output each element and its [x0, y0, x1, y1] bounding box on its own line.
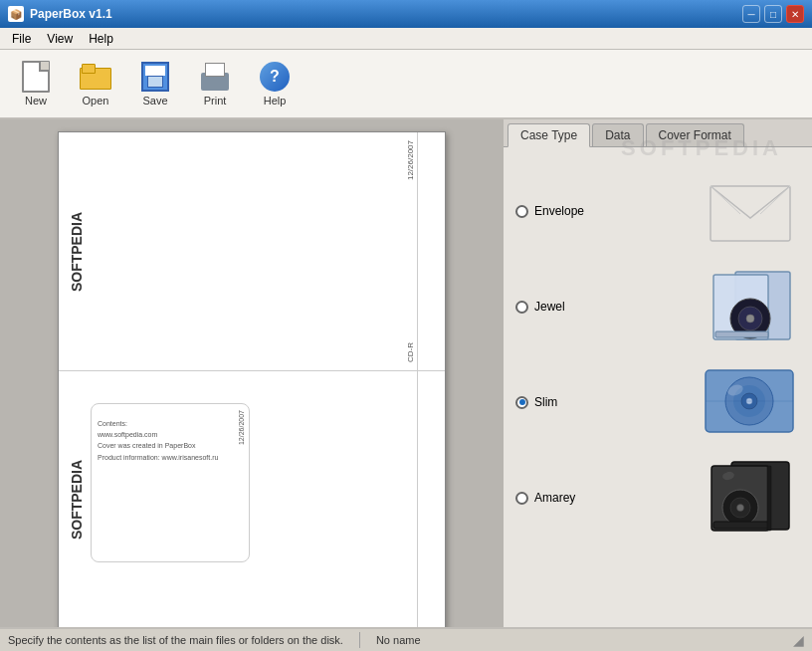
save-icon — [139, 61, 171, 93]
slim-radio[interactable] — [515, 396, 528, 409]
cover-bottom-spine — [417, 371, 445, 627]
svg-point-18 — [736, 505, 743, 512]
main-content: SOFTPEDIA 12/26/2007 CD-R SOFTPEDIA Cont… — [0, 119, 812, 627]
cover-top: SOFTPEDIA 12/26/2007 CD-R — [59, 132, 445, 371]
tab-content-case-type: Envelope Jewel — [504, 146, 812, 627]
print-button[interactable]: Print — [187, 55, 243, 112]
svg-rect-6 — [715, 331, 768, 337]
cover-inlay-text: Contents: www.softpedia.com Cover was cr… — [98, 418, 218, 463]
svg-rect-19 — [713, 522, 769, 529]
menu-bar: File View Help — [0, 28, 812, 50]
cover-bottom: SOFTPEDIA Contents: www.softpedia.com Co… — [59, 371, 445, 627]
help-icon: ? — [259, 61, 291, 93]
amarey-label-group: Amarey — [515, 491, 693, 505]
case-type-list: Envelope Jewel — [511, 163, 804, 545]
jewel-radio[interactable] — [515, 301, 528, 314]
inlay-date: 12/26/2007 — [238, 410, 245, 445]
close-button[interactable]: ✕ — [786, 5, 804, 23]
maximize-button[interactable]: □ — [764, 5, 782, 23]
new-label: New — [25, 95, 47, 107]
inlay-line2: Cover was created in PaperBox — [98, 442, 195, 449]
amarey-image — [701, 458, 800, 538]
svg-rect-0 — [710, 186, 790, 241]
slim-label-group: Slim — [515, 395, 693, 409]
case-type-jewel[interactable]: Jewel — [511, 259, 804, 354]
slim-image — [701, 362, 800, 442]
tab-data[interactable]: Data — [592, 123, 643, 146]
minimize-button[interactable]: ─ — [742, 5, 760, 23]
slim-svg — [701, 362, 800, 442]
status-message: Specify the contents as the list of the … — [8, 634, 343, 646]
app-icon: 📦 — [8, 6, 24, 22]
cover-cdr-label: CD-R — [406, 342, 415, 362]
inlay-line1: www.softpedia.com — [98, 431, 157, 438]
envelope-svg — [706, 176, 795, 246]
title-bar: 📦 PaperBox v1.1 ─ □ ✕ — [0, 0, 812, 28]
status-bar: Specify the contents as the list of the … — [0, 627, 812, 651]
jewel-label: Jewel — [534, 300, 565, 314]
print-label: Print — [204, 95, 227, 107]
envelope-label: Envelope — [534, 204, 584, 218]
resize-handle[interactable]: ◢ — [793, 632, 804, 648]
help-label: Help — [264, 95, 287, 107]
open-label: Open — [83, 95, 109, 107]
open-button[interactable]: Open — [68, 55, 123, 112]
right-panel: SOFTPEDIA Case Type Data Cover Format En… — [504, 119, 812, 627]
title-controls: ─ □ ✕ — [742, 5, 804, 23]
jewel-svg — [706, 267, 795, 346]
save-button[interactable]: Save — [127, 55, 183, 112]
svg-rect-20 — [767, 466, 771, 531]
open-icon — [80, 61, 111, 93]
cover-top-spine — [417, 132, 445, 370]
save-label: Save — [142, 95, 167, 107]
jewel-image — [701, 267, 800, 346]
cover-top-date: 12/26/2007 — [406, 140, 415, 180]
jewel-label-group: Jewel — [515, 300, 693, 314]
print-icon — [199, 61, 231, 93]
cover-inlay: Contents: www.softpedia.com Cover was cr… — [91, 403, 250, 562]
title-bar-left: 📦 PaperBox v1.1 — [8, 6, 112, 22]
case-type-slim[interactable]: Slim — [511, 354, 804, 450]
toolbar: New Open Save Print ? Help — [0, 50, 812, 119]
svg-point-5 — [746, 315, 754, 323]
envelope-image — [701, 171, 800, 251]
new-icon — [20, 61, 52, 93]
status-name: No name — [376, 634, 421, 646]
tab-bar: Case Type Data Cover Format — [504, 119, 812, 146]
amarey-svg — [704, 458, 798, 538]
case-type-amarey[interactable]: Amarey — [511, 450, 804, 545]
preview-page: SOFTPEDIA 12/26/2007 CD-R SOFTPEDIA Cont… — [58, 131, 446, 627]
app-title: PaperBox v1.1 — [30, 7, 112, 21]
tab-case-type[interactable]: Case Type — [508, 123, 590, 147]
menu-view[interactable]: View — [39, 30, 81, 48]
cover-top-title: SOFTPEDIA — [69, 211, 85, 291]
new-button[interactable]: New — [8, 55, 64, 112]
envelope-radio[interactable] — [515, 205, 528, 218]
inlay-line3: Product information: www.irisanesoft.ru — [98, 454, 218, 461]
inlay-contents: Contents: — [98, 420, 127, 427]
slim-label: Slim — [534, 395, 557, 409]
tab-cover-format[interactable]: Cover Format — [646, 123, 744, 146]
menu-help[interactable]: Help — [81, 30, 121, 48]
case-type-envelope[interactable]: Envelope — [511, 163, 804, 259]
amarey-radio[interactable] — [515, 492, 528, 505]
envelope-label-group: Envelope — [515, 204, 693, 218]
preview-panel: SOFTPEDIA 12/26/2007 CD-R SOFTPEDIA Cont… — [0, 119, 504, 627]
status-separator — [359, 632, 360, 648]
help-button[interactable]: ? Help — [247, 55, 303, 112]
menu-file[interactable]: File — [4, 30, 39, 48]
cover-bottom-title: SOFTPEDIA — [69, 460, 85, 540]
amarey-label: Amarey — [534, 491, 575, 505]
